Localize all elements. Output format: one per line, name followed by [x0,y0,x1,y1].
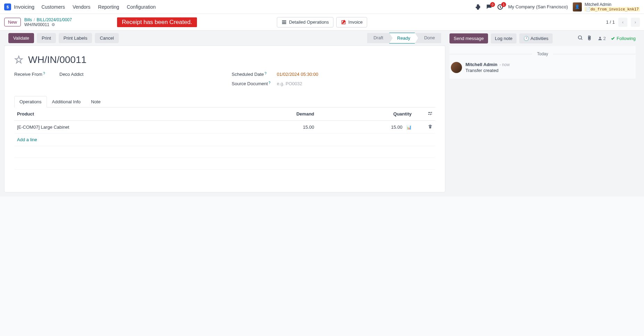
breadcrumb-current: WH/IN/00011 [24,22,49,27]
receive-from-value[interactable]: Deco Addict [59,72,83,77]
chatter-message: Mitchell Admin - now Transfer created [449,62,636,73]
edit-icon [341,19,346,25]
col-quantity: Quantity [317,107,414,121]
sliders-icon [428,111,432,116]
activities-button[interactable]: 🕐Activities [519,33,552,43]
svg-point-2 [599,37,601,38]
scheduled-date-label: Scheduled Date? [232,72,277,77]
pager-prev-button[interactable]: ‹ [618,18,627,27]
tab-operations[interactable]: Operations [14,96,47,107]
cell-demand[interactable]: 15.00 [230,121,317,134]
activity-badge: 1 [501,2,506,7]
followers-count[interactable]: 2 [598,36,606,41]
tab-note[interactable]: Note [86,96,106,107]
cell-quantity[interactable]: 15.00 📊 [317,121,414,134]
forecast-icon[interactable]: 📊 [406,125,412,130]
source-document-input[interactable]: e.g. PO0032 [277,81,302,86]
activity-icon[interactable]: 1 [497,4,503,10]
user-icon [598,36,602,41]
pager[interactable]: 1 / 1 [606,19,615,25]
col-product: Product [14,107,230,121]
message-body: Transfer created [465,68,634,73]
alert-banner: Receipt has been Created. [117,17,197,27]
app-name[interactable]: Invoicing [14,4,34,10]
add-line-link[interactable]: Add a line [17,137,37,142]
breadcrumb: Bills / BILL/2024/01/0007 WH/IN/00011 ⚙ [24,17,72,27]
search-icon[interactable] [578,35,583,41]
col-settings[interactable] [425,107,435,121]
new-button[interactable]: New [4,18,21,26]
invoice-button[interactable]: Invoice [336,17,367,27]
delete-row-icon[interactable] [428,125,432,130]
avatar: 👤 [573,2,582,11]
messaging-icon[interactable]: 0 [486,4,492,10]
messaging-badge: 0 [490,2,495,7]
log-note-button[interactable]: Log note [491,33,517,43]
cell-product[interactable]: [E-COM07] Large Cabinet [14,121,230,134]
message-author[interactable]: Mitchell Admin [465,62,497,67]
clock-icon: 🕐 [523,36,529,41]
breadcrumb-bill-ref[interactable]: BILL/2024/01/0007 [36,17,72,22]
message-avatar [451,62,462,73]
nav-configuration[interactable]: Configuration [127,4,156,10]
print-button[interactable]: Print [37,33,56,43]
receive-from-label: Receive From? [14,72,59,77]
validate-button[interactable]: Validate [8,33,34,43]
nav-reporting[interactable]: Reporting [98,4,119,10]
scheduled-date-value[interactable]: 01/02/2024 05:30:00 [277,72,318,77]
check-icon [611,36,615,41]
breadcrumb-bills[interactable]: Bills [24,17,32,22]
company-selector[interactable]: My Company (San Francisco) [508,4,568,9]
status-done[interactable]: Done [418,33,441,43]
status-ready[interactable]: Ready [389,33,418,43]
user-name: Mitchell Admin [585,2,640,7]
gear-icon[interactable]: ⚙ [51,22,55,27]
detailed-operations-button[interactable]: Detailed Operations [277,17,333,27]
nav-customers[interactable]: Customers [41,4,65,10]
pager-next-button[interactable]: › [631,18,640,27]
send-message-button[interactable]: Send message [449,33,488,43]
message-time: - now [499,62,510,67]
status-draft[interactable]: Draft [367,33,389,43]
bug-icon[interactable] [475,4,481,10]
list-icon [281,19,287,25]
table-row[interactable]: [E-COM07] Large Cabinet 15.00 15.00 📊 [14,121,435,134]
cancel-button[interactable]: Cancel [95,33,118,43]
app-icon[interactable]: $ [4,3,11,10]
following-button[interactable]: Following [611,36,636,41]
svg-point-1 [578,36,581,39]
page-title: WH/IN/00011 [28,54,86,65]
user-menu[interactable]: 👤 Mitchell Admin 📄do_from_invoice_knk17 [573,2,640,11]
attachment-icon[interactable] [588,35,593,41]
print-labels-button[interactable]: Print Labels [59,33,92,43]
source-document-label: Source Document? [232,81,277,86]
nav-vendors[interactable]: Vendors [73,4,90,10]
date-divider: Today [532,51,553,56]
user-database: 📄do_from_invoice_knk17 [585,7,640,11]
tab-additional-info[interactable]: Additional Info [47,96,86,107]
col-demand: Demand [230,107,317,121]
favorite-star-icon[interactable] [14,55,23,64]
